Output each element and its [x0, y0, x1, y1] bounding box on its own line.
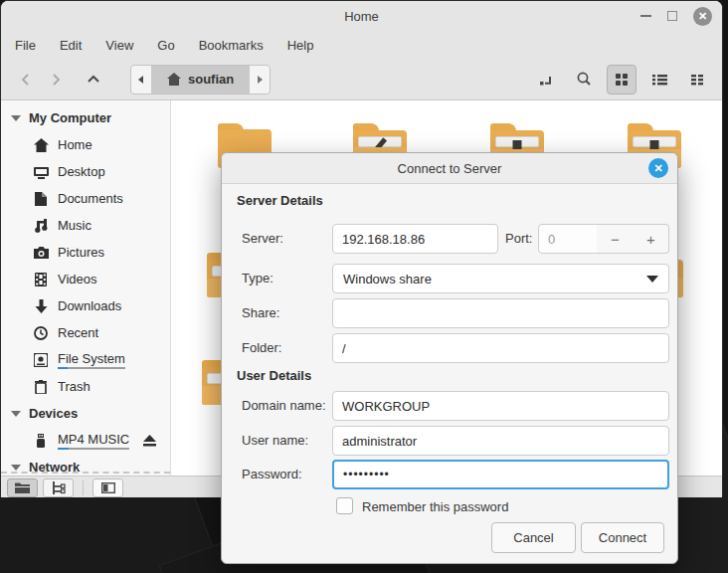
grid-view-button[interactable]	[607, 65, 637, 95]
menu-edit[interactable]: Edit	[60, 38, 82, 53]
clock-icon	[33, 325, 49, 341]
sidebar: My Computer Home Desktop Documents Music…	[1, 100, 171, 476]
menu-bookmarks[interactable]: Bookmarks	[199, 38, 264, 53]
titlebar[interactable]: Home ✕	[1, 1, 722, 31]
plus-icon: +	[646, 231, 655, 248]
sidebar-item-label: Downloads	[58, 298, 121, 313]
sidebar-item-label: Documents	[58, 191, 123, 206]
menu-go[interactable]: Go	[157, 38, 174, 53]
list-view-button[interactable]	[644, 65, 674, 95]
sidebar-section-my-computer[interactable]: My Computer	[1, 104, 170, 131]
server-input[interactable]	[332, 224, 498, 254]
connect-button[interactable]: Connect	[581, 522, 664, 553]
edit-location-button[interactable]	[531, 65, 561, 95]
folder-label: Folder:	[242, 333, 281, 363]
dialog-titlebar[interactable]: Connect to Server ✕	[222, 153, 677, 184]
triangle-left-icon	[136, 75, 146, 85]
path-bar: soufian	[130, 65, 271, 95]
usb-icon	[33, 433, 49, 449]
eject-button[interactable]	[143, 435, 156, 447]
password-input[interactable]	[332, 460, 669, 489]
search-icon	[576, 71, 593, 88]
menu-file[interactable]: File	[15, 38, 36, 53]
username-input[interactable]	[332, 426, 669, 456]
sidebar-section-devices[interactable]: Devices	[1, 400, 170, 427]
close-button[interactable]: ✕	[693, 7, 712, 26]
path-scroll-left-button[interactable]	[131, 66, 151, 94]
sidebar-section-label: My Computer	[29, 110, 111, 125]
back-button[interactable]	[11, 65, 41, 95]
sidebar-resize-handle[interactable]	[1, 472, 170, 474]
sidebar-item-label: Recent	[58, 325, 98, 340]
grid-view-icon	[614, 72, 630, 88]
minus-icon: −	[611, 231, 620, 248]
path-segment-label: soufian	[188, 72, 234, 87]
server-label: Server:	[242, 224, 283, 254]
sidebar-item-label: Desktop	[58, 164, 105, 179]
minimize-button[interactable]	[640, 15, 651, 17]
sidebar-item-documents[interactable]: Documents	[1, 185, 170, 212]
expander-icon[interactable]	[11, 115, 21, 121]
domain-input[interactable]	[332, 391, 669, 421]
sidebar-item-pictures[interactable]: Pictures	[1, 239, 170, 266]
sidebar-item-music[interactable]: Music	[1, 212, 170, 239]
expander-icon[interactable]	[11, 465, 21, 471]
sidebar-item-desktop[interactable]: Desktop	[1, 158, 170, 185]
maximize-button[interactable]	[667, 11, 677, 21]
search-button[interactable]	[569, 65, 599, 95]
path-segment-home[interactable]: soufian	[151, 66, 250, 94]
document-icon	[33, 191, 49, 207]
sidebar-item-label: Videos	[58, 272, 97, 286]
port-input[interactable]	[538, 224, 598, 254]
edit-location-icon	[538, 72, 554, 88]
camera-icon	[33, 245, 49, 261]
expander-icon[interactable]	[11, 411, 21, 417]
sidebar-item-label: Pictures	[58, 245, 104, 260]
eject-icon	[143, 435, 156, 447]
sidebar-item-mp4-music[interactable]: MP4 MUSIC	[1, 427, 170, 454]
path-scroll-right-button[interactable]	[250, 66, 270, 94]
type-label: Type:	[242, 264, 273, 293]
chevron-left-icon	[18, 72, 34, 88]
tree-icon	[52, 481, 66, 494]
dialog-close-button[interactable]: ✕	[648, 158, 668, 178]
share-input[interactable]	[332, 298, 669, 328]
list-view-icon	[651, 72, 668, 88]
desktop-icon	[33, 164, 49, 180]
tree-view-toggle[interactable]	[43, 478, 74, 497]
statusbar-separator	[83, 480, 84, 495]
sidebar-item-label: File System	[58, 351, 125, 366]
chevron-up-icon	[86, 72, 101, 88]
sidebar-item-home[interactable]: Home	[1, 131, 170, 158]
up-button[interactable]	[79, 65, 108, 95]
download-icon	[33, 298, 49, 314]
remember-password-checkbox[interactable]	[336, 497, 353, 514]
chevron-down-icon	[646, 276, 658, 283]
sidebar-item-trash[interactable]: Trash	[1, 373, 170, 400]
sidebar-section-label: Devices	[29, 406, 78, 421]
forward-button[interactable]	[41, 65, 71, 95]
sidebar-item-recent[interactable]: Recent	[1, 319, 170, 346]
menu-help[interactable]: Help	[287, 38, 314, 53]
domain-label: Domain name:	[242, 391, 326, 421]
cancel-button[interactable]: Cancel	[491, 522, 576, 553]
type-dropdown[interactable]: Windows share	[332, 264, 669, 293]
port-increment-button[interactable]: +	[634, 224, 669, 254]
menu-view[interactable]: View	[105, 38, 133, 53]
folder-input[interactable]	[332, 333, 669, 363]
video-icon	[33, 272, 49, 287]
triangle-right-icon	[255, 75, 265, 85]
share-label: Share:	[242, 298, 279, 328]
sidebar-item-downloads[interactable]: Downloads	[1, 292, 170, 319]
sidebar-item-file-system[interactable]: File System	[1, 346, 170, 373]
port-decrement-button[interactable]: −	[597, 224, 635, 254]
places-view-toggle[interactable]	[7, 478, 38, 497]
sidebar-item-videos[interactable]: Videos	[1, 266, 170, 292]
compact-view-button[interactable]	[682, 65, 712, 95]
sidebar-item-label: MP4 MUSIC	[58, 432, 129, 447]
window-controls: ✕	[640, 1, 712, 31]
toggle-sidebar-button[interactable]	[92, 478, 123, 497]
window-title: Home	[344, 9, 379, 24]
drive-icon	[33, 352, 49, 368]
user-details-heading: User Details	[237, 368, 311, 383]
